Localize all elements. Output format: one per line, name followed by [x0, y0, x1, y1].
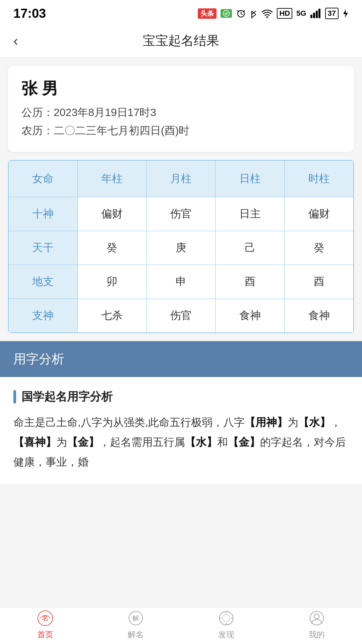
- discover-icon: [217, 609, 235, 627]
- cell-dizhi-shi: 酉: [285, 265, 354, 299]
- bottom-nav: 名 首页 解 解名 发现: [0, 607, 362, 644]
- nav-jiemong-label: 解名: [128, 629, 144, 640]
- cell-tiangan-shi: 癸: [285, 231, 354, 265]
- row-label-dizhi: 地支: [9, 265, 78, 299]
- cell-tiangan-ri: 己: [216, 231, 285, 265]
- nav-discover-label: 发现: [218, 629, 234, 640]
- table-row-shishen: 十神 偏财 伤官 日主 偏财: [9, 197, 354, 231]
- profile-icon: [308, 609, 326, 627]
- row-label-zhishen: 支神: [9, 299, 78, 332]
- svg-rect-3: [310, 15, 312, 18]
- bazi-table: 女命 年柱 月柱 日柱 时柱 十神 偏财 伤官 日主 偏财 天干 癸: [8, 160, 354, 333]
- page-title: 宝宝起名结果: [143, 32, 219, 49]
- nav-home[interactable]: 名 首页: [36, 609, 54, 640]
- status-bar: 17:03 头条 HD 5G 37: [0, 0, 362, 24]
- table-row-tiangan: 天干 癸 庚 己 癸: [9, 231, 354, 265]
- col-header-nianzhu: 年柱: [77, 160, 146, 197]
- cell-dizhi-ri: 酉: [216, 265, 285, 299]
- cell-shishen-nian: 偏财: [77, 197, 146, 231]
- solar-date: 公历：2023年8月19日17时3: [21, 103, 341, 121]
- cell-shishen-yue: 伤官: [146, 197, 216, 231]
- svg-rect-6: [318, 9, 320, 18]
- svg-point-12: [223, 614, 230, 622]
- nav-profile-label: 我的: [309, 629, 325, 640]
- nav-home-label: 首页: [37, 629, 53, 640]
- bazi-table-container: 女命 年柱 月柱 日柱 时柱 十神 偏财 伤官 日主 偏财 天干 癸: [8, 160, 354, 333]
- cell-shishen-shi: 偏财: [285, 197, 354, 231]
- battery-level: 37: [325, 8, 339, 19]
- 5g-badge: 5G: [296, 9, 306, 18]
- col-header-nüming: 女命: [9, 160, 78, 197]
- subject-name: 张 男: [21, 78, 341, 99]
- status-badge-red: 头条: [198, 8, 217, 19]
- hd-badge: HD: [277, 8, 292, 19]
- nav-discover[interactable]: 发现: [217, 609, 235, 640]
- status-time: 17:03: [13, 6, 46, 21]
- svg-text:名: 名: [42, 614, 49, 622]
- cell-zhishen-shi: 食神: [285, 299, 354, 332]
- jiemong-icon: 解: [127, 609, 145, 627]
- analysis-section: 用字分析 国学起名用字分析 命主是己土命,八字为从强类,此命五行极弱，八字【用神…: [0, 341, 362, 484]
- table-row-dizhi: 地支 卯 申 酉 酉: [9, 265, 354, 299]
- cell-zhishen-ri: 食神: [216, 299, 285, 332]
- nav-profile[interactable]: 我的: [308, 609, 326, 640]
- alarm-icon: [236, 8, 246, 18]
- bluetooth-icon: [250, 8, 257, 18]
- back-button[interactable]: ‹: [13, 33, 18, 49]
- home-icon: 名: [36, 609, 54, 627]
- svg-point-11: [220, 611, 233, 625]
- svg-text:解: 解: [132, 614, 139, 622]
- svg-point-2: [266, 16, 268, 18]
- nav-jiemong[interactable]: 解 解名: [127, 609, 145, 640]
- col-header-rizhu: 日柱: [216, 160, 285, 197]
- col-header-shizhu: 时柱: [285, 160, 354, 197]
- status-icons: 头条 HD 5G 37: [198, 8, 349, 19]
- svg-point-18: [314, 614, 319, 619]
- signal-icon: [310, 9, 321, 18]
- header: ‹ 宝宝起名结果: [0, 24, 362, 58]
- cell-tiangan-nian: 癸: [77, 231, 146, 265]
- svg-rect-4: [313, 13, 315, 18]
- cell-dizhi-nian: 卯: [77, 265, 146, 299]
- analysis-header: 用字分析: [0, 341, 362, 377]
- row-label-tiangan: 天干: [9, 231, 78, 265]
- svg-rect-5: [316, 11, 318, 18]
- cell-zhishen-nian: 七杀: [77, 299, 146, 332]
- cell-tiangan-yue: 庚: [146, 231, 216, 265]
- status-badge-green: [221, 9, 232, 18]
- wifi-icon: [261, 9, 273, 18]
- analysis-body: 国学起名用字分析 命主是己土命,八字为从强类,此命五行极弱，八字【用神】为【水】…: [0, 377, 362, 484]
- lunar-date: 农历：二〇二三年七月初四日(酉)时: [21, 121, 341, 140]
- info-card: 张 男 公历：2023年8月19日17时3 农历：二〇二三年七月初四日(酉)时: [8, 66, 354, 152]
- analysis-text: 命主是己土命,八字为从强类,此命五行极弱，八字【用神】为【水】，【喜神】为【金】…: [13, 413, 349, 472]
- row-label-shishen: 十神: [9, 197, 78, 231]
- col-header-yuezhu: 月柱: [146, 160, 216, 197]
- charging-icon: [343, 8, 349, 18]
- table-row-zhishen: 支神 七杀 伤官 食神 食神: [9, 299, 354, 332]
- cell-zhishen-yue: 伤官: [146, 299, 216, 332]
- cell-shishen-ri: 日主: [216, 197, 285, 231]
- cell-dizhi-yue: 申: [146, 265, 216, 299]
- analysis-subtitle: 国学起名用字分析: [13, 389, 349, 405]
